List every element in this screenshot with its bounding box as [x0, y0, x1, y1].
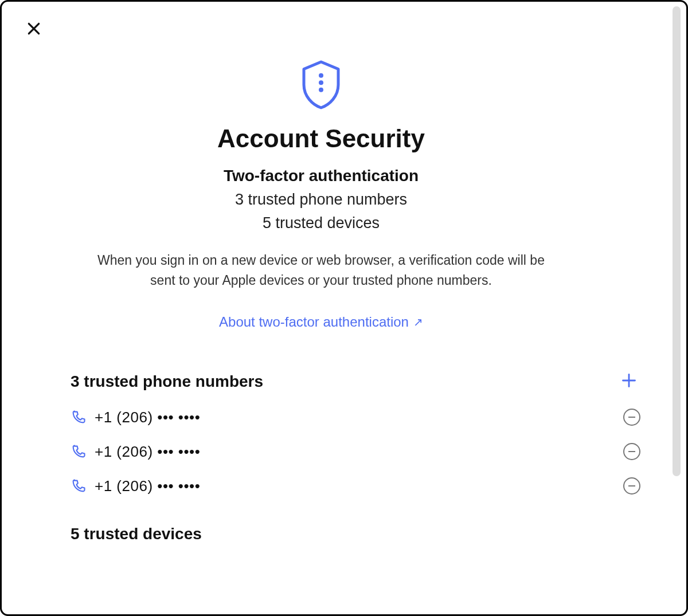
shield-icon — [298, 59, 344, 111]
phone-icon — [71, 478, 87, 494]
trusted-devices-title: 5 trusted devices — [71, 525, 640, 543]
add-phone-button[interactable] — [617, 370, 640, 393]
external-link-icon: ↗ — [413, 315, 423, 329]
svg-point-2 — [319, 73, 323, 78]
phone-list: +1 (206) ••• •••• +1 (20 — [71, 403, 640, 500]
trusted-phone-numbers-section: 3 trusted phone numbers — [2, 370, 640, 500]
phone-icon — [71, 444, 87, 460]
about-two-factor-link[interactable]: About two-factor authentication ↗ — [219, 314, 423, 330]
svg-point-4 — [319, 88, 323, 92]
hero-section: Account Security Two-factor authenticati… — [2, 59, 640, 330]
two-factor-subtitle: Two-factor authentication — [2, 167, 640, 185]
trusted-phones-title: 3 trusted phone numbers — [71, 372, 263, 391]
phone-number: +1 (206) ••• •••• — [95, 443, 200, 461]
phone-icon — [71, 409, 87, 425]
phone-number-text: +1 (206) ••• •••• — [95, 477, 200, 495]
phone-number-text: +1 (206) ••• •••• — [95, 443, 200, 461]
scrollbar[interactable] — [673, 6, 681, 476]
phone-number: +1 (206) ••• •••• — [95, 477, 200, 495]
about-two-factor-link-label: About two-factor authentication — [219, 314, 409, 330]
phone-row: +1 (206) ••• •••• — [71, 438, 640, 465]
phone-row: +1 (206) ••• •••• — [71, 472, 640, 500]
modal-frame: Account Security Two-factor authenticati… — [0, 0, 688, 616]
phone-number: +1 (206) ••• •••• — [95, 409, 200, 426]
modal-content: Account Security Two-factor authenticati… — [2, 2, 663, 614]
plus-icon — [621, 371, 637, 392]
phone-number-text: +1 (206) ••• •••• — [95, 409, 200, 426]
svg-point-3 — [319, 80, 323, 85]
remove-phone-button[interactable] — [623, 443, 640, 460]
remove-phone-button[interactable] — [623, 409, 640, 426]
remove-phone-button[interactable] — [623, 477, 640, 495]
trusted-devices-summary: 5 trusted devices — [2, 214, 640, 232]
trusted-phones-header: 3 trusted phone numbers — [71, 370, 640, 393]
trusted-phones-summary: 3 trusted phone numbers — [2, 191, 640, 209]
trusted-devices-section: 5 trusted devices — [2, 525, 640, 543]
phone-row: +1 (206) ••• •••• — [71, 403, 640, 431]
page-title: Account Security — [2, 124, 640, 153]
two-factor-description: When you sign in on a new device or web … — [92, 250, 550, 290]
